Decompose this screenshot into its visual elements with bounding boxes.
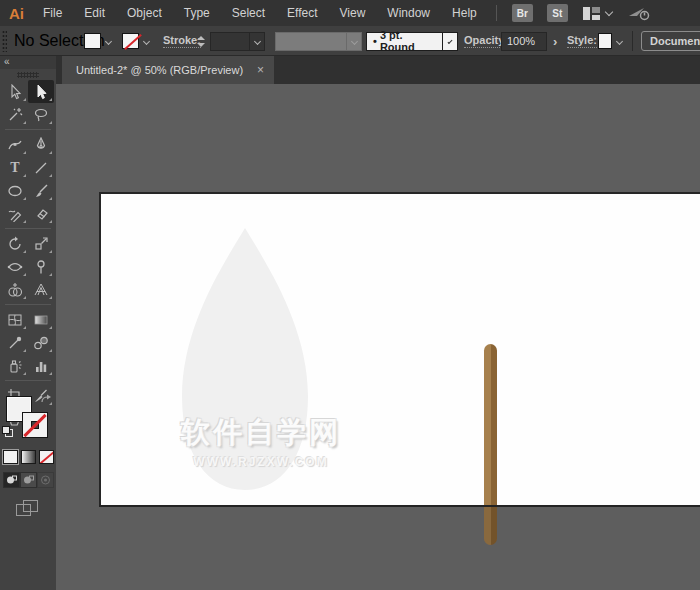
menu-bar: Ai File Edit Object Type Select Effect V…	[0, 0, 700, 26]
fill-stroke-indicator	[0, 392, 56, 450]
stroke-weight-dropdown[interactable]	[210, 26, 265, 56]
workspace-switcher-icon	[583, 7, 600, 20]
sync-disabled-icon[interactable]	[628, 6, 650, 21]
width-tool[interactable]	[2, 255, 28, 278]
color-button[interactable]	[3, 450, 18, 464]
step-down-icon[interactable]	[197, 43, 205, 47]
chevron-down-icon	[350, 37, 357, 44]
width-profile-value	[275, 32, 347, 51]
stroke-weight-value[interactable]	[210, 32, 250, 51]
brush-preview-dot: •	[373, 35, 377, 47]
type-tool[interactable]: T	[2, 156, 28, 179]
blend-tool[interactable]	[28, 331, 54, 354]
menu-help[interactable]: Help	[441, 0, 488, 26]
perspective-grid-tool[interactable]	[28, 278, 54, 301]
eyedropper-tool[interactable]	[2, 331, 28, 354]
none-button[interactable]	[39, 450, 54, 464]
control-bar: No Selection Stroke: • 3 pt. Round	[0, 26, 700, 56]
brush-definition-dropdown[interactable]: • 3 pt. Round	[366, 26, 458, 56]
watermark: 软件自学网 WWW.RJZXW.COM	[156, 413, 366, 469]
menu-effect[interactable]: Effect	[276, 0, 328, 26]
line-segment-tool[interactable]	[28, 156, 54, 179]
symbol-sprayer-tool[interactable]	[2, 354, 28, 377]
selection-tool[interactable]	[2, 80, 28, 103]
tools-divider	[2, 126, 54, 133]
style-dropdown[interactable]	[598, 26, 627, 56]
tools-divider	[2, 225, 54, 232]
stroke-color-box[interactable]	[22, 412, 48, 438]
menu-object[interactable]: Object	[116, 0, 173, 26]
mesh-tool[interactable]	[2, 308, 28, 331]
separator	[632, 31, 633, 51]
tools-collapse-button[interactable]: «	[0, 56, 56, 69]
chevron-down-icon[interactable]	[143, 37, 150, 44]
chevron-down-icon[interactable]	[616, 37, 623, 44]
bridge-button[interactable]: Br	[512, 4, 533, 22]
workspace-switcher[interactable]	[583, 7, 612, 20]
style-swatch[interactable]	[598, 33, 612, 49]
swap-fill-stroke-icon[interactable]	[40, 394, 52, 404]
opacity-value[interactable]: 100%	[501, 32, 547, 51]
stroke-color-control[interactable]	[122, 26, 154, 56]
artboard-edge-bottom	[99, 505, 700, 507]
column-graph-tool[interactable]	[28, 354, 54, 377]
document-setup-button[interactable]: Document Setu	[641, 26, 700, 56]
rotate-tool[interactable]	[2, 232, 28, 255]
lasso-tool[interactable]	[28, 103, 54, 126]
opacity-field[interactable]: 100%	[501, 26, 547, 56]
draw-inside-button	[37, 472, 54, 488]
tab-close-icon[interactable]: ×	[257, 64, 264, 76]
document-canvas[interactable]: 软件自学网 WWW.RJZXW.COM	[56, 84, 700, 590]
tools-grip[interactable]	[17, 72, 39, 78]
shaper-tool[interactable]	[2, 202, 28, 225]
menu-type[interactable]: Type	[173, 0, 221, 26]
chevron-down-icon[interactable]	[448, 39, 453, 44]
control-bar-grip[interactable]	[2, 30, 7, 52]
stick-shade	[484, 507, 497, 545]
change-screen-mode-button[interactable]	[16, 500, 40, 518]
menu-select[interactable]: Select	[221, 0, 276, 26]
chevron-down-icon[interactable]	[105, 37, 112, 44]
curvature-tool[interactable]	[2, 133, 28, 156]
eraser-tool[interactable]	[28, 202, 54, 225]
width-profile-dropdown	[275, 26, 362, 56]
stroke-swatch-none[interactable]	[122, 33, 139, 49]
artboard-edge-left	[99, 192, 101, 507]
draw-normal-button[interactable]	[3, 472, 20, 488]
opacity-expand-button[interactable]: ›	[549, 26, 561, 56]
chevron-down-icon[interactable]	[253, 37, 260, 44]
paint-style-buttons	[3, 450, 54, 464]
style-label[interactable]: Style:	[567, 34, 597, 48]
gradient-button[interactable]	[21, 450, 36, 464]
pen-tool[interactable]	[28, 133, 54, 156]
shape-builder-tool[interactable]	[2, 278, 28, 301]
draw-behind-button[interactable]	[20, 472, 37, 488]
ellipse-tool[interactable]	[2, 179, 28, 202]
drawing-mode-buttons	[3, 472, 54, 488]
tools-panel: « T	[0, 56, 56, 590]
document-tab-title: Untitled-2* @ 50% (RGB/Preview)	[76, 64, 243, 76]
menu-view[interactable]: View	[329, 0, 377, 26]
document-tab[interactable]: Untitled-2* @ 50% (RGB/Preview) ×	[62, 56, 274, 84]
artboard-edge-top	[99, 192, 700, 194]
illustrator-logo: Ai	[0, 5, 32, 22]
default-fill-stroke-icon[interactable]	[2, 426, 14, 438]
gradient-tool[interactable]	[28, 308, 54, 331]
step-up-icon[interactable]	[197, 36, 205, 40]
puppet-warp-tool[interactable]	[28, 255, 54, 278]
scale-tool[interactable]	[28, 232, 54, 255]
fill-swatch[interactable]	[84, 33, 101, 49]
stock-button[interactable]: St	[547, 4, 568, 22]
paintbrush-tool[interactable]	[28, 179, 54, 202]
stroke-weight-stepper[interactable]	[197, 26, 207, 56]
illustrator-window: Ai File Edit Object Type Select Effect V…	[0, 0, 700, 590]
watermark-title: 软件自学网	[156, 413, 366, 453]
direct-selection-tool[interactable]	[28, 80, 54, 103]
stroke-label[interactable]: Stroke:	[163, 34, 201, 48]
brush-name: 3 pt. Round	[380, 29, 436, 53]
menu-window[interactable]: Window	[376, 0, 441, 26]
menu-file[interactable]: File	[32, 0, 73, 26]
fill-color-control[interactable]	[84, 26, 116, 56]
menu-edit[interactable]: Edit	[73, 0, 116, 26]
magic-wand-tool[interactable]	[2, 103, 28, 126]
